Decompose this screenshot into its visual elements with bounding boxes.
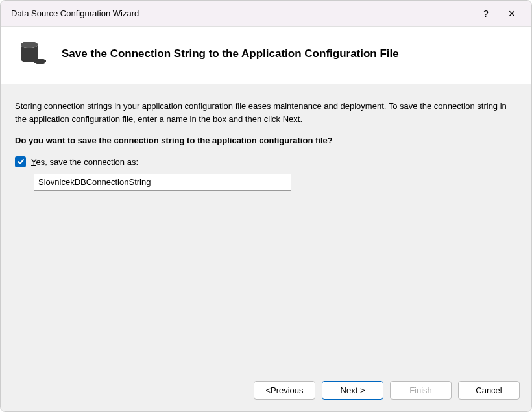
svg-point-1 bbox=[21, 42, 38, 48]
titlebar: Data Source Configuration Wizard ? ✕ bbox=[1, 1, 531, 27]
checkmark-icon bbox=[17, 158, 25, 165]
next-button[interactable]: Next > bbox=[322, 381, 383, 400]
wizard-step-title: Save the Connection String to the Applic… bbox=[62, 47, 399, 60]
save-connection-label: Yes, save the connection as: bbox=[31, 157, 138, 167]
save-connection-checkbox[interactable] bbox=[15, 156, 26, 167]
svg-rect-4 bbox=[44, 60, 46, 62]
connection-name-input[interactable] bbox=[34, 174, 291, 191]
help-button[interactable]: ? bbox=[473, 1, 499, 27]
svg-rect-3 bbox=[34, 60, 36, 63]
wizard-header: Save the Connection String to the Applic… bbox=[1, 27, 531, 84]
wizard-window: Data Source Configuration Wizard ? ✕ Sav… bbox=[0, 0, 532, 412]
wizard-footer: < Previous Next > Finish Cancel bbox=[1, 370, 531, 411]
save-connection-checkbox-row: Yes, save the connection as: bbox=[15, 156, 517, 167]
window-title: Data Source Configuration Wizard bbox=[7, 8, 473, 18]
previous-button[interactable]: < Previous bbox=[254, 381, 315, 400]
connection-name-input-wrapper bbox=[34, 174, 517, 191]
database-icon bbox=[16, 38, 47, 69]
close-icon: ✕ bbox=[508, 8, 516, 19]
intro-text: Storing connection strings in your appli… bbox=[15, 100, 517, 125]
close-button[interactable]: ✕ bbox=[499, 1, 525, 27]
question-text: Do you want to save the connection strin… bbox=[15, 134, 517, 147]
help-icon: ? bbox=[483, 8, 489, 19]
cancel-button[interactable]: Cancel bbox=[458, 381, 520, 400]
wizard-content: Storing connection strings in your appli… bbox=[1, 84, 531, 370]
finish-button: Finish bbox=[390, 381, 452, 400]
svg-rect-2 bbox=[36, 59, 45, 64]
